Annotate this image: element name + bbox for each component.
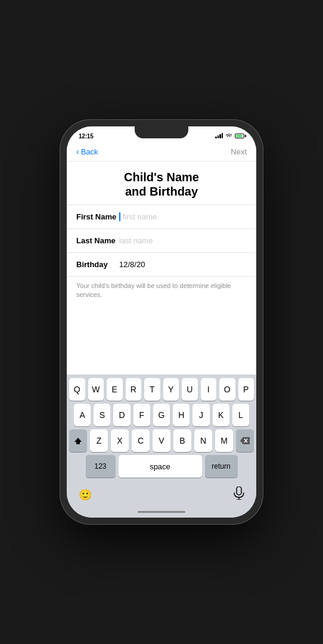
birthday-value[interactable]: 12/8/20 bbox=[119, 260, 247, 269]
key-q[interactable]: Q bbox=[69, 378, 85, 401]
next-button[interactable]: Next bbox=[231, 147, 247, 156]
key-w[interactable]: W bbox=[88, 378, 104, 401]
keyboard-row-2: A S D F G H J K L bbox=[69, 404, 254, 426]
keyboard-row-1: Q W E R T Y U I O P bbox=[69, 378, 254, 401]
last-name-label: Last Name bbox=[76, 236, 119, 245]
key-l[interactable]: L bbox=[232, 404, 249, 426]
key-y[interactable]: Y bbox=[163, 378, 179, 401]
key-b[interactable]: B bbox=[173, 429, 191, 452]
key-z[interactable]: Z bbox=[90, 429, 108, 452]
numbers-key[interactable]: 123 bbox=[86, 455, 116, 478]
key-e[interactable]: E bbox=[107, 378, 123, 401]
battery-icon bbox=[235, 134, 244, 138]
key-f[interactable]: F bbox=[133, 404, 150, 426]
key-r[interactable]: R bbox=[126, 378, 142, 401]
signal-bars-icon bbox=[215, 134, 223, 138]
key-t[interactable]: T bbox=[144, 378, 160, 401]
shift-key[interactable] bbox=[69, 429, 87, 452]
birthday-label: Birthday bbox=[76, 260, 119, 269]
back-chevron-icon: ‹ bbox=[76, 147, 79, 156]
key-m[interactable]: M bbox=[215, 429, 233, 452]
first-name-input[interactable]: first name bbox=[119, 212, 247, 221]
status-time: 12:15 bbox=[79, 133, 94, 140]
key-d[interactable]: D bbox=[113, 404, 130, 426]
back-label: Back bbox=[81, 147, 98, 156]
key-i[interactable]: I bbox=[201, 378, 217, 401]
key-o[interactable]: O bbox=[219, 378, 235, 401]
key-c[interactable]: C bbox=[132, 429, 150, 452]
key-a[interactable]: A bbox=[74, 404, 91, 426]
first-name-label: First Name bbox=[76, 212, 119, 221]
birthday-hint: Your child's birthday will be used to de… bbox=[67, 277, 256, 306]
key-v[interactable]: V bbox=[153, 429, 170, 452]
key-u[interactable]: U bbox=[182, 378, 198, 401]
microphone-icon[interactable] bbox=[234, 487, 244, 503]
space-key[interactable]: space bbox=[119, 455, 202, 478]
form-section: First Name first name Last Name last nam… bbox=[67, 205, 256, 374]
keyboard-row-3: Z X C V B N M bbox=[69, 429, 254, 452]
first-name-row: First Name first name bbox=[67, 205, 256, 229]
key-n[interactable]: N bbox=[194, 429, 212, 452]
content-area: Child's Nameand Birthday First Name firs… bbox=[67, 162, 256, 374]
key-g[interactable]: G bbox=[153, 404, 170, 426]
phone-shell: 12:15 bbox=[60, 119, 263, 525]
birthday-row: Birthday 12/8/20 bbox=[67, 253, 256, 277]
emoji-icon[interactable]: 🙂 bbox=[79, 488, 92, 501]
home-bar bbox=[138, 511, 185, 513]
wifi-icon bbox=[225, 133, 232, 140]
svg-rect-2 bbox=[237, 487, 241, 495]
key-h[interactable]: H bbox=[173, 404, 190, 426]
key-j[interactable]: J bbox=[192, 404, 209, 426]
key-s[interactable]: S bbox=[94, 404, 110, 426]
key-x[interactable]: X bbox=[111, 429, 129, 452]
key-k[interactable]: K bbox=[213, 404, 229, 426]
back-button[interactable]: ‹ Back bbox=[76, 147, 98, 156]
bottom-bar: 🙂 bbox=[67, 483, 256, 509]
status-icons bbox=[215, 133, 244, 140]
phone-screen: 12:15 bbox=[67, 126, 256, 518]
notch bbox=[135, 126, 188, 138]
return-key[interactable]: return bbox=[205, 455, 238, 478]
key-p[interactable]: P bbox=[238, 378, 254, 401]
last-name-input[interactable]: last name bbox=[119, 236, 247, 245]
keyboard: Q W E R T Y U I O P A S D F G H J K bbox=[67, 374, 256, 483]
page-title: Child's Nameand Birthday bbox=[67, 162, 256, 205]
delete-key[interactable] bbox=[236, 429, 254, 452]
last-name-row: Last Name last name bbox=[67, 229, 256, 253]
keyboard-row-bottom: 123 space return bbox=[69, 455, 254, 478]
home-indicator bbox=[67, 509, 256, 518]
nav-bar: ‹ Back Next bbox=[67, 143, 256, 162]
battery-fill bbox=[236, 135, 242, 137]
